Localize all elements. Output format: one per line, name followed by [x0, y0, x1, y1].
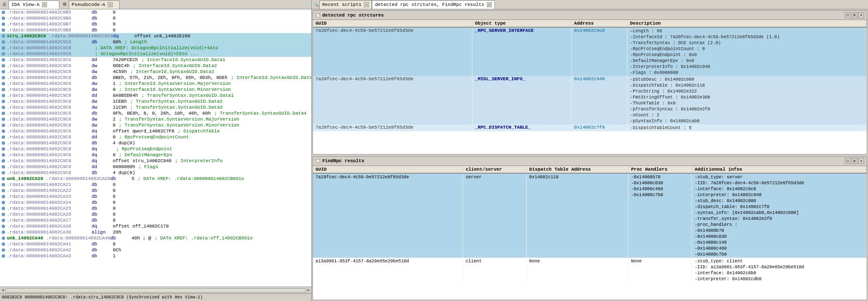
line-comment: ; TransferSyntax.SyntaxVersion.MajorVers…	[119, 117, 240, 122]
line-addr: .rdata:000000014002C9C0	[7, 141, 92, 146]
ida-line[interactable]: .rdata:000000014002C9C0 dd0; RpcProtseqE…	[0, 134, 311, 140]
ida-line[interactable]: .rdata:000000014002C9B6 db0	[0, 15, 311, 21]
line-dot	[2, 70, 5, 73]
line-operand: 0	[113, 242, 116, 247]
line-addr: .rdata:000000014002C9C0	[7, 152, 92, 158]
table-row[interactable]: 7a20fcec-dec4-4c59-be57212e8f65d3deserve…	[313, 173, 867, 258]
ida-line[interactable]: .rdata:000000014002C9C0 dw0; TransferSyn…	[0, 122, 311, 128]
ida-line[interactable]: .rdata:000000014002C9C0 db4 dup(0)	[0, 140, 311, 146]
tab-ida-view[interactable]: IDA View-A ✕	[8, 0, 59, 9]
ida-line[interactable]: .rdata:000000014002C9C0 dq0; DefaultMana…	[0, 152, 311, 158]
ida-line[interactable]: .rdata:000000014002C9B5 db0	[0, 9, 311, 15]
ida-line[interactable]: .rdata:000000014002C9C0 dqoffset stru_14…	[0, 158, 311, 164]
right-content: 📋 detected rpc strctures ◻ ⊡ ✕ GUID Obje…	[312, 9, 868, 301]
ida-line[interactable]: .rdata:000000014002C9C0 dw0DEC4h; Interf…	[0, 63, 311, 69]
ida-line[interactable]: .rdata:000000014002CA30 align20h	[0, 229, 311, 235]
ida-content[interactable]: .rdata:000000014002C9B5 db0.rdata:000000…	[0, 9, 311, 287]
line-addr: .rdata:000000014002C9C0	[7, 57, 92, 62]
left-panel-icon[interactable]: ☰	[1, 1, 8, 8]
table-row[interactable]: 7a20fcec-dec4-4c59-be57212e8f65d3de_RPC_…	[313, 27, 867, 76]
top-table-container[interactable]: GUID Object type Address Description 7a2…	[313, 20, 867, 154]
line-operand: 20h	[113, 230, 121, 235]
line-comment: ; TransferSyntax.SyntaxGUID.Data1	[141, 93, 234, 98]
ida-line[interactable]: .rdata:000000014002CA22 db0	[0, 188, 311, 194]
top-panel-close[interactable]: ✕	[858, 12, 864, 18]
ida-line[interactable]: .rdata:000000014002CA25 db0	[0, 205, 311, 211]
table-row[interactable]: 7a20fcec-dec4-4c59-be57212e8f65d3de_MIDL…	[313, 76, 867, 124]
bottom-panel-restore[interactable]: ◻	[845, 158, 851, 164]
ida-line[interactable]: .rdata:000000014002CA27 db0	[0, 217, 311, 223]
cell-type: _RPC_DISPATCH_TABLE_	[472, 124, 572, 131]
ida-line[interactable]: .rdata:000000014002C9C0 dw1CEBh; Transfe…	[0, 98, 311, 104]
ida-line[interactable]: .rdata:000000014002C9C0 dw4C59h; Interfa…	[0, 69, 311, 75]
ida-line[interactable]: unk_14002CA40 .rdata:000000014002CA40 db…	[0, 235, 311, 241]
tab-detected-rpc-close[interactable]: ✕	[487, 2, 492, 7]
ida-line[interactable]: .rdata:000000014002C9C0 db9Fh, 0E8h, 8, …	[0, 110, 311, 116]
bottom-panel-maximize[interactable]: ⊡	[851, 158, 857, 164]
line-comment: ; DATA XREF: .rdata:off_14002CB50io	[154, 236, 252, 241]
cell-b-dispatch: 0x14002c118	[527, 173, 628, 258]
line-dot	[2, 183, 5, 186]
ida-line[interactable]: .rdata:000000014002C9C0 dw11C9h; Transfe…	[0, 104, 311, 110]
ida-line[interactable]: .rdata:000000014002C9C0 db60h; Length	[0, 39, 311, 45]
ida-line[interactable]: stru_14002C9C0 .rdata:000000014002C9C0 d…	[0, 33, 311, 39]
top-panel-restore[interactable]: ◻	[845, 12, 851, 18]
ida-line[interactable]: .rdata:000000014002C9C0 dd8A8B5D04h; Tra…	[0, 93, 311, 98]
ida-line[interactable]: .rdata:000000014002C9C0 ; DATA XREF: Oct…	[0, 45, 311, 51]
ida-line[interactable]: .rdata:000000014002C9C0 ; OctagonRpcInit…	[0, 51, 311, 57]
line-dot	[2, 195, 5, 198]
ida-line[interactable]: .rdata:000000014002CA43 db1	[0, 253, 311, 259]
ida-line[interactable]: .rdata:000000014002C9C0 dw0; InterfaceId…	[0, 87, 311, 93]
ida-line[interactable]: .rdata:000000014002CA42 db0Ch	[0, 247, 311, 253]
tab-detected-rpc[interactable]: detected rpc strctures, FindRpc results …	[372, 0, 494, 9]
bottom-panel-close[interactable]: ✕	[858, 158, 864, 164]
ida-line[interactable]: .rdata:000000014002CA23 db0	[0, 194, 311, 200]
line-dot	[2, 225, 5, 228]
right-panel-icon[interactable]: 🔍	[313, 1, 319, 8]
ida-line[interactable]: .rdata:000000014002C9C0 dq; RpcProtseqEn…	[0, 146, 311, 152]
tab-recent-scripts-close[interactable]: ✕	[364, 2, 369, 7]
ida-line[interactable]: .rdata:000000014002C9C0 dd7A20FCECh; Int…	[0, 57, 311, 63]
col-desc-header: Description	[627, 20, 866, 27]
top-sub-panel: 📋 detected rpc strctures ◻ ⊡ ✕ GUID Obje…	[313, 10, 867, 155]
line-dot	[2, 231, 5, 234]
ida-line[interactable]: .rdata:000000014002C9B8 db0	[0, 27, 311, 33]
left-scrollbar-h[interactable]: ◄ ►	[0, 287, 311, 293]
tab-pseudocode-close[interactable]: ✕	[108, 2, 113, 7]
line-mnemonic: db	[92, 253, 113, 259]
line-dot	[2, 201, 5, 204]
line-dot	[2, 46, 5, 50]
bottom-table-container[interactable]: GUID client/server Dispatch Table Addres…	[313, 166, 867, 300]
cell-addr: 0x14002c9c0	[571, 27, 627, 76]
cell-b-cs: server	[463, 173, 527, 258]
line-addr: .rdata:000000014002C9C0	[7, 81, 92, 86]
line-addr: .rdata:000000014002CA21	[7, 182, 92, 187]
line-comment: ; TransferSyntax.SyntaxGUID.Data3	[130, 105, 223, 110]
line-operand: 1	[113, 81, 116, 86]
ida-line[interactable]: unk_14002CA20 .rdata:000000014002CA20 db…	[0, 176, 311, 182]
line-addr: .rdata:000000014002C9B7	[7, 22, 92, 27]
ida-line[interactable]: .rdata:000000014002C9C0 dd6000000h; Flag…	[0, 164, 311, 170]
ida-line[interactable]: .rdata:000000014002C9C0 dw2; TransferSyn…	[0, 116, 311, 122]
table-row[interactable]: a13a9961-953f-4157-8a29e65e29be510dclien…	[313, 258, 867, 282]
bottom-sub-panel-header: 📋 FindRpc results ◻ ⊡ ✕	[313, 157, 867, 166]
ida-line[interactable]: .rdata:000000014002CA21 db0	[0, 182, 311, 188]
ida-line[interactable]: .rdata:000000014002C9C0 dw1; InterfaceId…	[0, 81, 311, 87]
line-addr: .rdata:000000014002C9C0	[7, 129, 92, 134]
tab-ida-view-close[interactable]: ✕	[42, 2, 47, 7]
ida-line[interactable]: .rdata:000000014002CA26 db0	[0, 211, 311, 217]
tab-copy-btn[interactable]: ⧉	[61, 1, 68, 8]
ida-line[interactable]: .rdata:000000014002C9C0 dqoffset qword_1…	[0, 128, 311, 134]
ida-line[interactable]: .rdata:000000014002C9C0 db0BEh, 57h, 21h…	[0, 75, 311, 81]
ida-line[interactable]: .rdata:000000014002C9C0 db4 dup(0)	[0, 170, 311, 176]
top-panel-maximize[interactable]: ⊡	[851, 12, 857, 18]
tab-recent-scripts[interactable]: Recent scripts ✕	[319, 0, 372, 9]
ida-line[interactable]: .rdata:000000014002C9B7 db0	[0, 21, 311, 27]
line-operand: offset off_14002C178	[113, 224, 169, 229]
tab-pseudocode[interactable]: Pseudocode-A ✕	[69, 0, 120, 9]
table-row[interactable]: 7a20fcec-dec4-4c59-be57212e8f65d3de_RPC_…	[313, 124, 867, 131]
line-operand: 0	[113, 135, 116, 140]
ida-line[interactable]: .rdata:000000014002CA28 dqoffset off_140…	[0, 223, 311, 229]
ida-line[interactable]: .rdata:000000014002CA24 db0	[0, 200, 311, 205]
ida-line[interactable]: .rdata:000000014002CA41 db0	[0, 241, 311, 247]
